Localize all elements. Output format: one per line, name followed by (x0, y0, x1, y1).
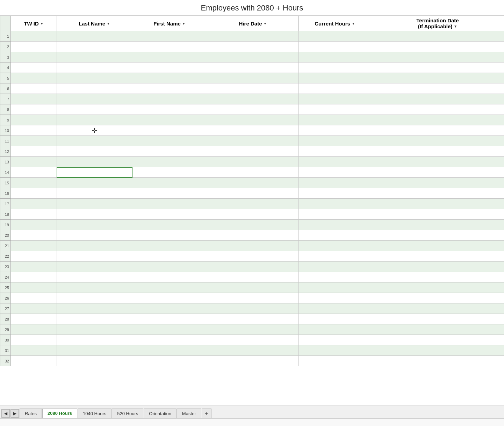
last-name-cell[interactable] (57, 293, 132, 303)
tw-id-cell[interactable] (11, 293, 57, 303)
hire-date-cell[interactable] (207, 345, 299, 356)
hire-date-cell[interactable] (207, 94, 299, 104)
current-hours-cell[interactable] (299, 146, 371, 157)
hire-date-cell[interactable] (207, 104, 299, 115)
tw-id-cell[interactable] (11, 199, 57, 209)
hire-date-cell[interactable] (207, 157, 299, 167)
current-hours-cell[interactable] (299, 220, 371, 230)
current-hours-cell[interactable] (299, 125, 371, 136)
col-header-first-name[interactable]: First Name ▼ (132, 16, 207, 31)
hire-date-cell[interactable] (207, 251, 299, 262)
first-name-cell[interactable] (132, 345, 207, 356)
first-name-cell[interactable] (132, 178, 207, 188)
tw-id-cell[interactable] (11, 157, 57, 167)
last-name-cell[interactable] (57, 241, 132, 251)
current-hours-cell[interactable] (299, 136, 371, 146)
termination-date-dropdown-arrow[interactable]: ▼ (454, 24, 457, 28)
current-hours-cell[interactable] (299, 199, 371, 209)
hire-date-cell[interactable] (207, 314, 299, 324)
termination-date-cell[interactable] (371, 262, 504, 272)
termination-date-cell[interactable] (371, 241, 504, 251)
current-hours-cell[interactable] (299, 188, 371, 199)
termination-date-cell[interactable] (371, 146, 504, 157)
first-name-cell[interactable] (132, 136, 207, 146)
hire-date-cell[interactable] (207, 262, 299, 272)
termination-date-cell[interactable] (371, 209, 504, 220)
hire-date-cell[interactable] (207, 282, 299, 293)
last-name-cell[interactable] (57, 188, 132, 199)
termination-date-cell[interactable] (371, 52, 504, 63)
first-name-cell[interactable] (132, 262, 207, 272)
last-name-cell[interactable] (57, 356, 132, 366)
first-name-cell[interactable] (132, 324, 207, 335)
hire-date-cell[interactable] (207, 209, 299, 220)
termination-date-cell[interactable] (371, 324, 504, 335)
last-name-cell[interactable] (57, 335, 132, 345)
last-name-cell[interactable] (57, 282, 132, 293)
first-name-cell[interactable] (132, 314, 207, 324)
current-hours-cell[interactable] (299, 335, 371, 345)
termination-date-cell[interactable] (371, 230, 504, 241)
tw-id-cell[interactable] (11, 230, 57, 241)
last-name-cell[interactable] (57, 104, 132, 115)
termination-date-cell[interactable] (371, 167, 504, 178)
tw-id-cell[interactable] (11, 146, 57, 157)
last-name-cell[interactable] (57, 157, 132, 167)
first-name-cell[interactable] (132, 251, 207, 262)
termination-date-cell[interactable] (371, 136, 504, 146)
current-hours-cell[interactable] (299, 83, 371, 94)
last-name-dropdown-arrow[interactable]: ▼ (107, 22, 110, 25)
hire-date-cell[interactable] (207, 188, 299, 199)
last-name-cell[interactable] (57, 199, 132, 209)
first-name-dropdown-arrow[interactable]: ▼ (182, 22, 186, 25)
col-header-last-name[interactable]: Last Name ▼ (57, 16, 132, 31)
tw-id-cell[interactable] (11, 94, 57, 104)
current-hours-cell[interactable] (299, 42, 371, 52)
first-name-cell[interactable] (132, 272, 207, 282)
last-name-cell[interactable] (57, 262, 132, 272)
first-name-cell[interactable] (132, 83, 207, 94)
current-hours-cell[interactable] (299, 167, 371, 178)
termination-date-cell[interactable] (371, 199, 504, 209)
termination-date-cell[interactable] (371, 104, 504, 115)
termination-date-cell[interactable] (371, 83, 504, 94)
tw-id-cell[interactable] (11, 52, 57, 63)
tw-id-cell[interactable] (11, 356, 57, 366)
first-name-cell[interactable] (132, 52, 207, 63)
current-hours-cell[interactable] (299, 63, 371, 73)
current-hours-cell[interactable] (299, 178, 371, 188)
col-header-hire-date[interactable]: Hire Date ▼ (207, 16, 299, 31)
hire-date-cell[interactable] (207, 178, 299, 188)
first-name-cell[interactable] (132, 73, 207, 83)
last-name-cell[interactable] (57, 314, 132, 324)
first-name-cell[interactable] (132, 42, 207, 52)
last-name-cell[interactable] (57, 345, 132, 356)
termination-date-cell[interactable] (371, 220, 504, 230)
last-name-cell[interactable] (57, 83, 132, 94)
termination-date-cell[interactable] (371, 42, 504, 52)
tw-id-cell[interactable] (11, 335, 57, 345)
last-name-cell[interactable] (57, 230, 132, 241)
current-hours-cell[interactable] (299, 251, 371, 262)
first-name-cell[interactable] (132, 104, 207, 115)
hire-date-cell[interactable] (207, 83, 299, 94)
first-name-cell[interactable] (132, 157, 207, 167)
hire-date-cell[interactable] (207, 42, 299, 52)
tw-id-cell[interactable] (11, 272, 57, 282)
current-hours-cell[interactable] (299, 73, 371, 83)
current-hours-cell[interactable] (299, 31, 371, 42)
current-hours-cell[interactable] (299, 230, 371, 241)
first-name-cell[interactable] (132, 293, 207, 303)
termination-date-cell[interactable] (371, 31, 504, 42)
first-name-cell[interactable] (132, 209, 207, 220)
termination-date-cell[interactable] (371, 188, 504, 199)
hire-date-cell[interactable] (207, 146, 299, 157)
hire-date-cell[interactable] (207, 115, 299, 125)
tab-1040-hours[interactable]: 1040 Hours (78, 409, 111, 418)
last-name-cell[interactable] (57, 167, 132, 178)
hire-date-cell[interactable] (207, 125, 299, 136)
tw-id-cell[interactable] (11, 241, 57, 251)
termination-date-cell[interactable] (371, 178, 504, 188)
hire-date-cell[interactable] (207, 335, 299, 345)
current-hours-cell[interactable] (299, 115, 371, 125)
